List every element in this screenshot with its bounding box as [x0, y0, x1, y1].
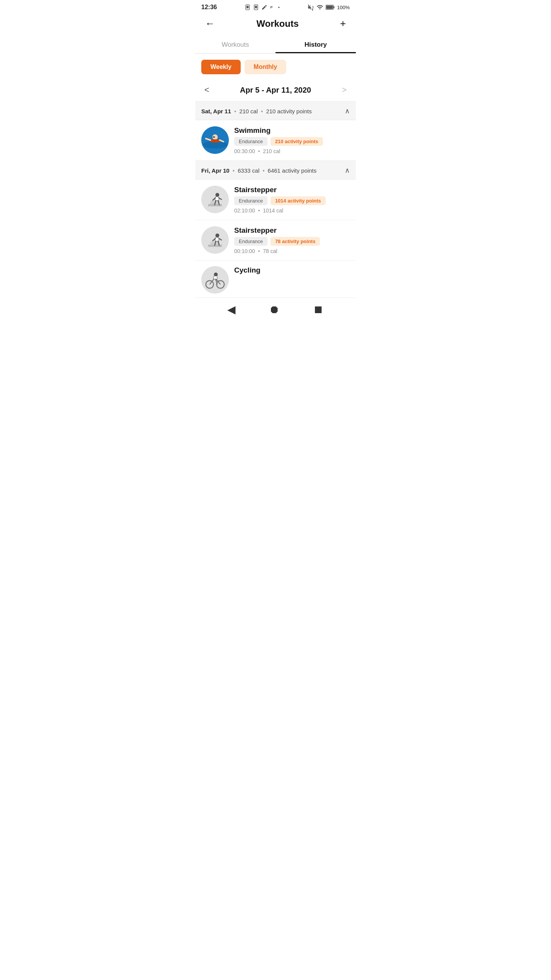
- workout-item-cycling-partial: Cycling: [195, 261, 356, 297]
- date-range-label: Apr 5 - Apr 11, 2020: [240, 86, 311, 95]
- swimming-illustration: [201, 126, 229, 154]
- cycling-illustration: [201, 266, 229, 294]
- stairstepper-2-info: Stairstepper Endurance 78 activity point…: [234, 226, 350, 254]
- stairstepper-1-avatar: [201, 186, 229, 213]
- parking-icon: P: [270, 4, 276, 10]
- chevron-up-icon-fri: ∧: [345, 166, 350, 175]
- svg-point-29: [215, 234, 219, 237]
- svg-rect-7: [326, 6, 333, 9]
- swimming-name: Swimming: [234, 126, 350, 135]
- workout-item-stairstepper-1: Stairstepper Endurance 1014 activity poi…: [195, 180, 356, 220]
- edit-icon: [261, 4, 267, 10]
- svg-rect-14: [213, 136, 215, 138]
- stairstepper-1-points-tag: 1014 activity points: [271, 196, 326, 205]
- stairstepper-1-meta: 02:10:00 • 1014 cal: [234, 207, 350, 214]
- stairstepper-2-points-tag: 78 activity points: [271, 237, 320, 246]
- date-prev-button[interactable]: <: [201, 84, 212, 96]
- filter-monthly-button[interactable]: Monthly: [245, 60, 286, 74]
- day-header-text-sat: Sat, Apr 11 • 210 cal • 210 activity poi…: [201, 108, 312, 114]
- workout-item-stairstepper-2: Stairstepper Endurance 78 activity point…: [195, 220, 356, 261]
- workout-item-swimming: Swimming Endurance 210 activity points 0…: [195, 120, 356, 161]
- stairstepper-1-info: Stairstepper Endurance 1014 activity poi…: [234, 186, 350, 214]
- cycling-info-partial: Cycling: [234, 266, 261, 274]
- swimming-info: Swimming Endurance 210 activity points 0…: [234, 126, 350, 154]
- mute-icon: [307, 4, 314, 11]
- stairstepper-2-type-tag: Endurance: [234, 237, 267, 246]
- cycling-name: Cycling: [234, 266, 261, 274]
- nav-home-button[interactable]: ⏺: [269, 303, 280, 316]
- back-button[interactable]: ←: [202, 16, 218, 31]
- svg-rect-1: [246, 6, 248, 8]
- swimming-type-tag: Endurance: [234, 137, 267, 146]
- svg-point-35: [201, 266, 229, 294]
- status-bar: 12:36 P • 100%: [195, 0, 356, 13]
- bottom-nav: ◀ ⏺ ⏹: [195, 297, 356, 320]
- date-nav: < Apr 5 - Apr 11, 2020 >: [195, 80, 356, 101]
- battery-percent: 100%: [337, 5, 350, 10]
- cycling-avatar: [201, 266, 229, 294]
- swimming-avatar: [201, 126, 229, 154]
- filter-bar: Weekly Monthly: [195, 54, 356, 80]
- tab-workouts[interactable]: Workouts: [195, 36, 276, 53]
- stairstepper-1-tags: Endurance 1014 activity points: [234, 196, 350, 205]
- swimming-meta: 00:30:00 • 210 cal: [234, 148, 350, 154]
- status-time: 12:36: [201, 4, 217, 11]
- svg-rect-6: [333, 6, 334, 8]
- tabs-bar: Workouts History: [195, 36, 356, 54]
- stairstepper-2-tags: Endurance 78 activity points: [234, 237, 350, 246]
- stairstepper-1-type-tag: Endurance: [234, 196, 267, 205]
- tab-history[interactable]: History: [276, 36, 356, 53]
- day-header-sat-apr-11[interactable]: Sat, Apr 11 • 210 cal • 210 activity poi…: [195, 101, 356, 120]
- date-next-button[interactable]: >: [339, 84, 350, 96]
- filter-weekly-button[interactable]: Weekly: [201, 60, 241, 74]
- stairstepper-illustration-2: [201, 226, 229, 254]
- dot-indicator: •: [278, 5, 280, 10]
- svg-rect-11: [210, 139, 220, 142]
- status-right-icons: 100%: [307, 4, 350, 11]
- swimming-tags: Endurance 210 activity points: [234, 137, 350, 146]
- header: ← Workouts +: [195, 13, 356, 36]
- wifi-icon: [316, 4, 323, 11]
- svg-point-19: [215, 193, 219, 197]
- stairstepper-1-name: Stairstepper: [234, 186, 350, 194]
- day-header-fri-apr-10[interactable]: Fri, Apr 10 • 6333 cal • 6461 activity p…: [195, 161, 356, 180]
- add-button[interactable]: +: [337, 16, 349, 31]
- stairstepper-2-meta: 00:10:00 • 78 cal: [234, 248, 350, 254]
- nav-recents-button[interactable]: ⏹: [313, 303, 324, 316]
- swimming-points-tag: 210 activity points: [271, 137, 323, 146]
- svg-rect-20: [215, 197, 219, 201]
- battery-icon: [326, 5, 335, 10]
- stairstepper-illustration-1: [201, 186, 229, 213]
- chevron-up-icon: ∧: [345, 107, 350, 115]
- page-title: Workouts: [256, 18, 298, 29]
- day-header-text-fri: Fri, Apr 10 • 6333 cal • 6461 activity p…: [201, 167, 316, 174]
- svg-rect-42: [214, 276, 217, 279]
- status-icons: P •: [245, 4, 280, 10]
- svg-text:P: P: [270, 5, 272, 9]
- svg-rect-30: [215, 237, 219, 241]
- stairstepper-2-name: Stairstepper: [234, 226, 350, 235]
- sim-icon-2: [253, 4, 259, 10]
- nav-back-button[interactable]: ◀: [227, 303, 236, 316]
- sim-icon: [245, 4, 251, 10]
- svg-rect-3: [255, 6, 257, 8]
- stairstepper-2-avatar: [201, 226, 229, 254]
